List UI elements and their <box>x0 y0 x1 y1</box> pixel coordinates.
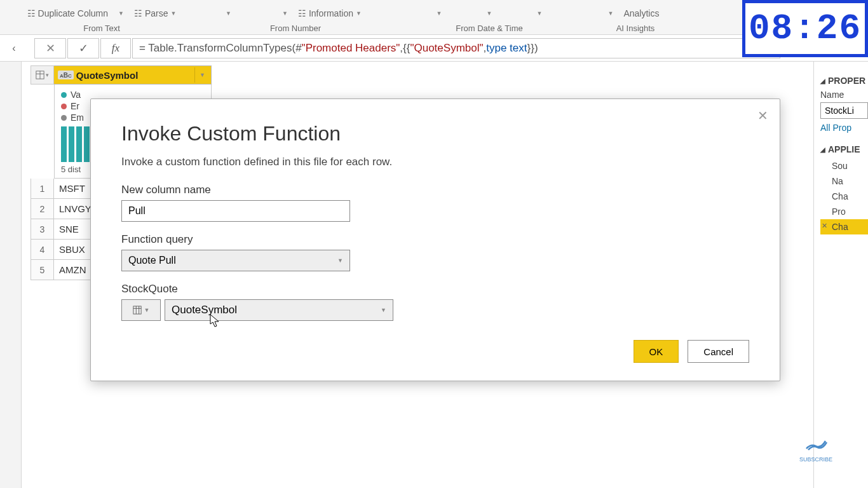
svg-rect-3 <box>133 306 140 314</box>
table-corner-button[interactable]: ▾ <box>31 65 54 85</box>
new-column-input[interactable] <box>121 200 350 222</box>
group-label-text: From Text <box>83 22 120 34</box>
analytics-label: Analytics <box>620 7 663 20</box>
applied-step[interactable]: Cha <box>820 219 868 234</box>
information-button[interactable]: ☷Information▼ <box>294 7 365 20</box>
chevron-down-icon[interactable]: ▼ <box>608 10 614 17</box>
applied-step[interactable]: Pro <box>820 204 868 219</box>
dialog-description: Invoke a custom function defined in this… <box>121 156 749 168</box>
chevron-down-icon[interactable]: ▼ <box>437 10 442 17</box>
chevron-down-icon: ▼ <box>144 307 150 313</box>
column-header-quotesymbol[interactable]: ABC QuoteSymbol ▼ <box>54 65 212 85</box>
group-label-date: From Date & Time <box>456 22 522 34</box>
parse-button[interactable]: ☷Parse▼ <box>130 7 180 20</box>
cancel-formula-button[interactable]: ✕ <box>34 38 66 58</box>
applied-step[interactable]: Na <box>820 173 868 189</box>
parameter-type-select[interactable]: ▼ <box>121 299 161 321</box>
chevron-down-icon[interactable]: ▼ <box>536 10 542 17</box>
query-name-input[interactable] <box>820 102 868 119</box>
invoke-custom-function-dialog: ✕ Invoke Custom Function Invoke a custom… <box>90 98 780 381</box>
collapse-icon[interactable]: ◢ <box>820 78 825 85</box>
chevron-down-icon: ▼ <box>381 307 386 313</box>
all-properties-link[interactable]: All Prop <box>820 123 868 133</box>
new-column-label: New column name <box>121 184 749 196</box>
queries-pane-collapsed[interactable] <box>0 62 22 488</box>
applied-step[interactable]: Sou <box>820 158 868 173</box>
chevron-down-icon: ▼ <box>337 257 343 264</box>
timer-overlay: 08:26 <box>742 0 868 57</box>
row-number: 5 <box>31 260 54 280</box>
text-type-icon: ABC <box>58 71 74 79</box>
chevron-down-icon[interactable]: ▼ <box>282 10 288 17</box>
collapse-icon[interactable]: ◢ <box>820 146 825 153</box>
formula-bar: ‹ ✕ ✓ fx = Table.TransformColumnTypes(#"… <box>0 35 868 62</box>
close-icon[interactable]: ✕ <box>757 108 768 123</box>
subscribe-watermark: SUBSCRIBE <box>799 436 832 463</box>
empty-dot-icon <box>61 115 67 121</box>
collapse-nav-button[interactable]: ‹ <box>6 43 22 54</box>
applied-step[interactable]: Cha <box>820 189 868 204</box>
fx-icon[interactable]: fx <box>100 38 131 58</box>
row-number: 4 <box>31 240 54 260</box>
error-dot-icon <box>61 104 67 109</box>
applied-steps-section: APPLIE <box>828 144 860 154</box>
group-label-ai: AI Insights <box>616 22 655 34</box>
valid-dot-icon <box>61 92 67 98</box>
function-query-select[interactable]: Quote Pull▼ <box>121 250 350 271</box>
column-icon <box>133 306 142 315</box>
dialog-title: Invoke Custom Function <box>121 122 749 146</box>
ribbon: ☷Duplicate Column ▼ ☷Parse▼ From Text ▼ … <box>0 0 868 35</box>
column-filter-button[interactable]: ▼ <box>194 67 210 83</box>
parameter-column-select[interactable]: QuoteSymbol▼ <box>165 299 393 321</box>
properties-section: PROPER <box>828 76 865 86</box>
group-label-number: From Number <box>270 22 321 34</box>
name-label: Name <box>820 90 868 100</box>
parameter-label: StockQuote <box>121 283 749 295</box>
chevron-down-icon[interactable]: ▼ <box>118 10 124 17</box>
row-number: 1 <box>31 179 54 199</box>
table-icon <box>36 71 44 79</box>
query-settings-pane: ◢PROPER Name All Prop ◢APPLIE SouNaChaPr… <box>813 62 868 488</box>
function-query-label: Function query <box>121 233 749 246</box>
cancel-button[interactable]: Cancel <box>688 340 749 363</box>
row-number: 2 <box>31 199 54 219</box>
row-number: 3 <box>31 219 54 240</box>
commit-formula-button[interactable]: ✓ <box>67 38 99 58</box>
chevron-down-icon[interactable]: ▼ <box>487 10 492 17</box>
chevron-down-icon[interactable]: ▼ <box>226 10 231 17</box>
duplicate-column-button[interactable]: ☷Duplicate Column <box>24 7 112 20</box>
column-name: QuoteSymbol <box>76 70 139 81</box>
ok-button[interactable]: OK <box>634 340 679 363</box>
formula-input[interactable]: = Table.TransformColumnTypes(#"Promoted … <box>132 38 780 58</box>
